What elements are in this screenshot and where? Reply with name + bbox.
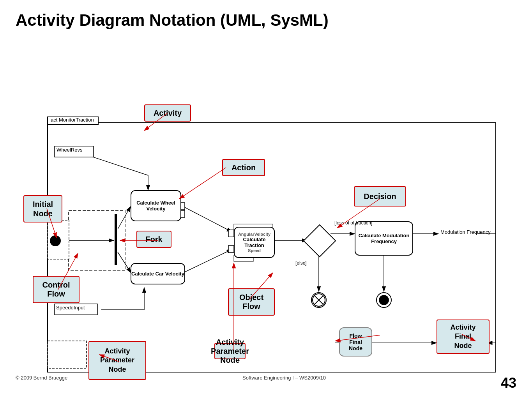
action-label-box: Action — [222, 159, 265, 176]
activity-param-label-box: ActivityParameterNode — [88, 341, 146, 380]
calc-mod-action: Calculate Modulation Frequency — [355, 221, 413, 256]
footer: © 2009 Bernd Bruegge Software Engineerin… — [0, 375, 532, 391]
object-flow-label-box: ObjectFlow — [228, 288, 275, 316]
loss-traction-label: [loss of of traction] — [334, 220, 372, 226]
svg-line-7 — [118, 207, 131, 229]
course: Software Engineering I – WS2009/10 — [242, 375, 326, 391]
calc-car-action: Calculate Car Velocity — [131, 263, 185, 284]
speedo-input-label: SpeedoInput — [56, 305, 85, 311]
fork-bar — [115, 214, 117, 265]
calc-traction-action: AngularVelocity CalculateTraction Speed — [234, 227, 275, 258]
decision-label-box: Decision — [354, 186, 406, 207]
svg-line-10 — [183, 249, 232, 273]
svg-rect-30 — [228, 230, 234, 237]
svg-line-8 — [118, 252, 131, 273]
act-label: act MonitorTraction — [51, 117, 94, 123]
activity-final-label-box: ActivityFinalNode — [437, 320, 490, 354]
page-number: 43 — [501, 375, 516, 391]
else-label: [else] — [295, 260, 307, 266]
activity-final-node — [376, 292, 392, 308]
copyright: © 2009 Bernd Bruegge — [16, 375, 67, 391]
svg-rect-31 — [228, 245, 234, 252]
mod-freq-label: Modulation Frequency — [440, 229, 491, 235]
control-flow-label-box: ControlFlow — [33, 276, 80, 303]
svg-rect-23 — [48, 341, 87, 368]
initial-node-label-box: InitialNode — [23, 195, 62, 222]
wheel-revs-label: WheelRevs — [57, 147, 82, 153]
activity-label-box: Activity — [144, 104, 191, 122]
pin-label-box: Activity Parameter Node — [214, 343, 246, 359]
flow-final-node — [311, 292, 327, 308]
fork-label-box: Fork — [136, 231, 171, 248]
diagram-area: act MonitorTraction WheelRevs SpeedoInpu… — [16, 47, 518, 370]
flow-final-label-box: FlowFinalNode — [339, 327, 372, 357]
initial-node — [50, 235, 61, 246]
page-title: Activity Diagram Notation (UML, SysML) — [0, 0, 532, 34]
calc-wheel-action: Calculate Wheel Velocity — [131, 190, 181, 221]
svg-line-9 — [183, 207, 232, 232]
